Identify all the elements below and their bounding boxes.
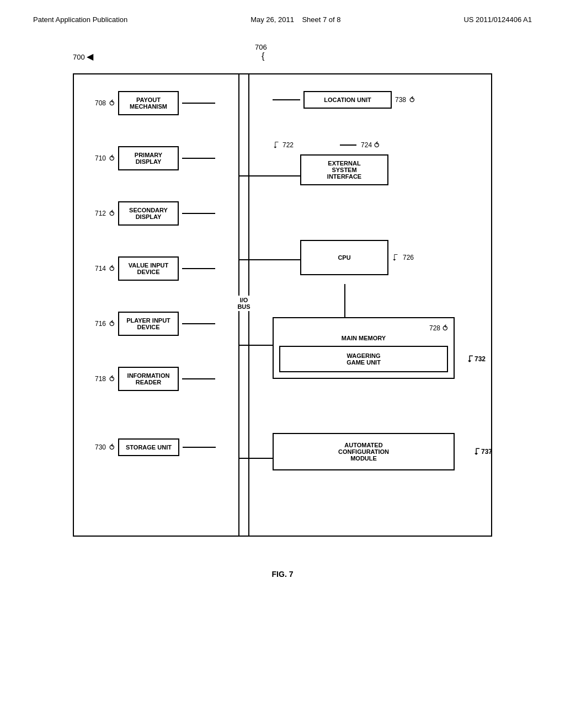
- connector-cpu: [239, 259, 300, 260]
- component-payout-mechanism: 708 ⥀ PAYOUTMECHANISM: [85, 91, 215, 115]
- connector-cpu-to-mm: [344, 284, 345, 317]
- component-secondary-display: 712 ⥀ SECONDARYDISPLAY: [85, 201, 215, 226]
- label-722-area: ⮦ 722 724 ⥀: [273, 141, 380, 149]
- connector-738-h: [273, 99, 300, 100]
- box-secondary-display: SECONDARYDISPLAY: [118, 201, 179, 226]
- box-wagering-game-unit: WAGERINGGAME UNIT ⮦ 732: [279, 346, 448, 372]
- io-bus-label: I/O BUS: [228, 296, 259, 311]
- label-737: 737: [481, 448, 492, 456]
- component-location-unit: LOCATION UNIT 738 ⥀: [273, 91, 415, 109]
- connector-718: [182, 378, 215, 379]
- component-value-input: 714 ⥀ VALUE INPUTDEVICE: [85, 256, 215, 281]
- main-memory-title: MAIN MEMORY: [279, 335, 448, 341]
- figure-caption: FIG. 7: [0, 570, 565, 579]
- date-sheet: May 26, 2011 Sheet 7 of 8: [250, 15, 340, 24]
- box-cpu: CPU: [300, 240, 388, 275]
- io-bus-container: I/O BUS: [228, 74, 259, 536]
- label-714: 714: [85, 265, 106, 272]
- box-external-system: EXTERNALSYSTEMINTERFACE: [300, 154, 388, 185]
- box-location-unit: LOCATION UNIT: [303, 91, 392, 109]
- patent-header: Patent Application Publication May 26, 2…: [0, 0, 565, 29]
- box-primary-display: PRIMARYDISPLAY: [118, 146, 179, 170]
- label-718: 718: [85, 375, 106, 383]
- label-738: 738: [395, 96, 406, 104]
- component-cpu: CPU ⮦ 726: [300, 240, 414, 275]
- label-722: 722: [282, 141, 294, 149]
- component-info-reader: 718 ⥀ INFORMATIONREADER: [85, 367, 215, 391]
- connector-708: [182, 103, 215, 104]
- label-732: 732: [475, 355, 486, 363]
- label-710: 710: [85, 154, 106, 162]
- connector-716: [182, 323, 215, 324]
- component-auto-config: AUTOMATEDCONFIGURATIONMODULE ⮦ 737: [273, 433, 455, 470]
- connector-acm: [239, 458, 273, 459]
- connector-712: [182, 213, 215, 214]
- diagram-area: 700 ◀ 706 { I/O BUS 708 ⥀ PAYOUTMECHANIS…: [0, 29, 565, 537]
- patent-number: US 2011/0124406 A1: [463, 15, 532, 24]
- label-716: 716: [85, 320, 106, 328]
- label-706: 706: [255, 43, 267, 51]
- component-external-system: EXTERNALSYSTEMINTERFACE: [300, 154, 388, 185]
- box-player-input: PLAYER INPUTDEVICE: [118, 312, 179, 336]
- connector-mm: [239, 345, 273, 346]
- connector-710: [182, 158, 215, 159]
- label-712: 712: [85, 210, 106, 217]
- connector-esi: [239, 175, 300, 176]
- connector-730: [183, 447, 216, 448]
- label-730: 730: [85, 443, 106, 451]
- box-storage-unit: STORAGE UNIT: [118, 438, 179, 456]
- outer-diagram-box: I/O BUS 708 ⥀ PAYOUTMECHANISM 710 ⥀ PRIM…: [73, 73, 492, 537]
- connector-714: [182, 268, 215, 269]
- label-726: 726: [403, 254, 414, 261]
- label-706-bracket: {: [262, 51, 264, 61]
- box-value-input: VALUE INPUTDEVICE: [118, 256, 179, 281]
- label-708: 708: [85, 99, 106, 107]
- component-primary-display: 710 ⥀ PRIMARYDISPLAY: [85, 146, 215, 170]
- box-payout-mechanism: PAYOUTMECHANISM: [118, 91, 179, 115]
- box-info-reader: INFORMATIONREADER: [118, 367, 179, 391]
- label-700: 700 ◀: [73, 51, 93, 62]
- label-724: 724: [361, 141, 372, 149]
- publication-label: Patent Application Publication: [33, 15, 127, 24]
- component-storage-unit: 730 ⥀ STORAGE UNIT: [85, 438, 216, 456]
- label-728: 728: [429, 324, 440, 332]
- component-main-memory: 728 ⥀ MAIN MEMORY WAGERINGGAME UNIT ⮦ 73…: [273, 317, 455, 379]
- component-player-input: 716 ⥀ PLAYER INPUTDEVICE: [85, 312, 215, 336]
